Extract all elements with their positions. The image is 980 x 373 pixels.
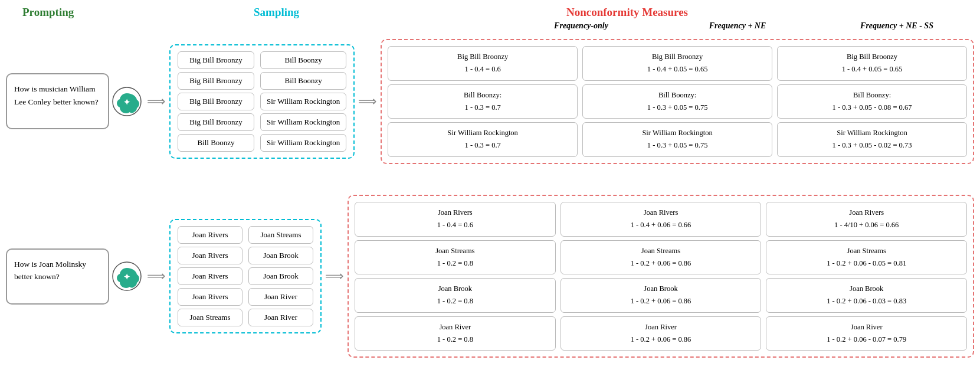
- nc-item: Joan Brook 1 - 0.2 = 0.8: [355, 278, 556, 313]
- sample-item: Joan Brook: [248, 267, 313, 285]
- nc-item: Joan River 1 - 0.2 + 0.06 = 0.86: [561, 316, 762, 351]
- sample-item: Bill Boonzy: [178, 134, 254, 152]
- sample-item: Joan River: [248, 309, 313, 326]
- nc-item: Joan River 1 - 0.2 + 0.06 - 0.07 = 0.79: [766, 316, 967, 351]
- nc-col-freq-ne-ss-2: Joan Rivers 1 - 4/10 + 0.06 = 0.66 Joan …: [766, 202, 967, 351]
- sample-item: Joan Brook: [248, 247, 313, 264]
- sample-item: Sir William Rockington: [260, 93, 346, 110]
- nc-item: Joan Brook 1 - 0.2 + 0.06 - 0.03 = 0.83: [766, 278, 967, 313]
- nc-item: Big Bill Broonzy 1 - 0.4 + 0.05 = 0.65: [582, 46, 772, 81]
- nc-item: Sir William Rockington 1 - 0.3 = 0.7: [388, 122, 578, 157]
- nc-item: Sir William Rockington 1 - 0.3 + 0.05 = …: [582, 122, 772, 157]
- header-nonconformity: Nonconformity Measures: [566, 6, 688, 19]
- nc-item: Joan River 1 - 0.2 = 0.8: [355, 316, 556, 351]
- arrow-right-1: ⟹: [358, 94, 377, 109]
- nc-col-freq-ne-2: Joan Rivers 1 - 0.4 + 0.06 = 0.66 Joan S…: [561, 202, 762, 351]
- sample-item: Bill Boonzy: [260, 51, 346, 69]
- nc-col-freq-2: Joan Rivers 1 - 0.4 = 0.6 Joan Streams 1…: [355, 202, 556, 351]
- sample-item: Joan Rivers: [178, 267, 242, 285]
- arrow-left-2: ⟹: [147, 269, 166, 284]
- nc-item: Bill Boonzy: 1 - 0.3 + 0.05 - 0.08 = 0.6…: [777, 84, 967, 119]
- sample-item: Big Bill Broonzy: [178, 93, 254, 110]
- row-1: How is musician William Lee Conley bette…: [0, 39, 980, 164]
- nc-item: Joan Rivers 1 - 0.4 = 0.6: [355, 202, 556, 237]
- sample-item: Joan River: [248, 288, 313, 306]
- sample-item: Joan Rivers: [178, 288, 242, 306]
- nc-col-freq-ne-1: Big Bill Broonzy 1 - 0.4 + 0.05 = 0.65 B…: [582, 46, 772, 157]
- nc-item: Joan Streams 1 - 0.2 + 0.06 = 0.86: [561, 240, 762, 275]
- svg-text:✦: ✦: [123, 272, 130, 282]
- nc-item: Joan Streams 1 - 0.2 + 0.06 - 0.05 = 0.8…: [766, 240, 967, 275]
- header-prompting: Prompting: [22, 6, 74, 19]
- sampling-group-1: Big Bill Broonzy Big Bill Broonzy Big Bi…: [169, 44, 355, 159]
- prompt-box-2: How is Joan Molinsky better known?: [6, 248, 109, 305]
- subheader-freq-only: Frequency-only: [510, 21, 652, 31]
- nc-item: Big Bill Broonzy 1 - 0.4 + 0.05 = 0.65: [777, 46, 967, 81]
- nc-section-2: Joan Rivers 1 - 0.4 = 0.6 Joan Streams 1…: [348, 195, 974, 358]
- nc-col-freq-ne-ss-1: Big Bill Broonzy 1 - 0.4 + 0.05 = 0.65 B…: [777, 46, 967, 157]
- sample-item: Big Bill Broonzy: [178, 113, 254, 131]
- nc-item: Joan Rivers 1 - 0.4 + 0.06 = 0.66: [561, 202, 762, 237]
- arrow-right-2: ⟹: [325, 269, 344, 284]
- subheader-freq-ne: Frequency + NE: [667, 21, 808, 31]
- sample-item: Big Bill Broonzy: [178, 51, 254, 69]
- nc-item: Joan Brook 1 - 0.2 + 0.06 = 0.86: [561, 278, 762, 313]
- sample-item: Bill Boonzy: [260, 72, 346, 90]
- nc-item: Bill Boonzy: 1 - 0.3 + 0.05 = 0.75: [582, 84, 772, 119]
- sample-item: Joan Streams: [248, 226, 313, 244]
- sample-item: Joan Streams: [178, 309, 242, 326]
- gpt-icon-1: ✦: [112, 86, 142, 117]
- row-2: How is Joan Molinsky better known? ✦ ⟹ J…: [0, 195, 980, 358]
- sample-item: Joan Rivers: [178, 247, 242, 264]
- nc-section-1: Big Bill Broonzy 1 - 0.4 = 0.6 Bill Boon…: [381, 39, 974, 164]
- nc-item: Joan Rivers 1 - 4/10 + 0.06 = 0.66: [766, 202, 967, 237]
- arrow-left-1: ⟹: [147, 94, 166, 109]
- nc-item: Bill Boonzy: 1 - 0.3 = 0.7: [388, 84, 578, 119]
- subheader-freq-ne-ss: Frequency + NE - SS: [826, 21, 968, 31]
- nc-item: Joan Streams 1 - 0.2 = 0.8: [355, 240, 556, 275]
- sample-item: Sir William Rockington: [260, 113, 346, 131]
- prompt-box-1: How is musician William Lee Conley bette…: [6, 73, 109, 129]
- nc-item: Sir William Rockington 1 - 0.3 + 0.05 - …: [777, 122, 967, 157]
- gpt-icon-2: ✦: [112, 261, 142, 292]
- svg-text:✦: ✦: [123, 97, 130, 107]
- header-sampling: Sampling: [254, 6, 299, 19]
- sample-item: Big Bill Broonzy: [178, 72, 254, 90]
- sampling-group-2: Joan Rivers Joan Rivers Joan Rivers Joan…: [169, 219, 322, 333]
- nc-col-freq-1: Big Bill Broonzy 1 - 0.4 = 0.6 Bill Boon…: [388, 46, 578, 157]
- nc-item: Big Bill Broonzy 1 - 0.4 = 0.6: [388, 46, 578, 81]
- sample-item: Sir William Rockington: [260, 134, 346, 152]
- sample-item: Joan Rivers: [178, 226, 242, 244]
